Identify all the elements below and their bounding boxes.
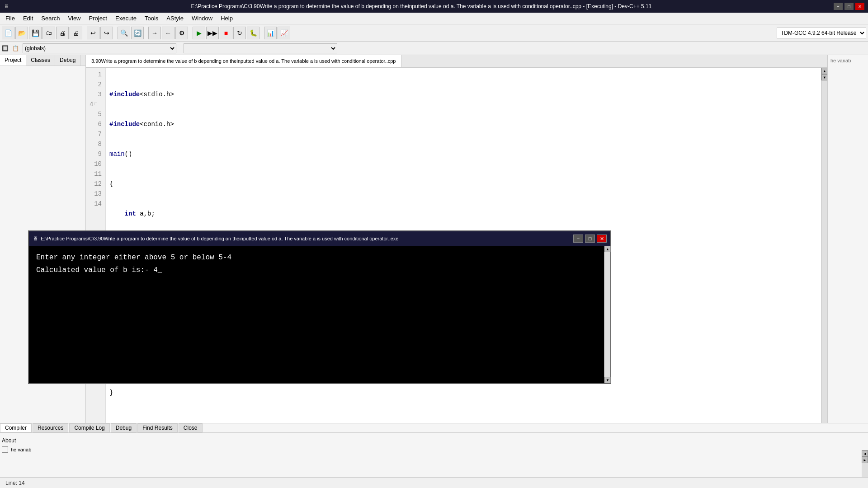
menu-view[interactable]: View [65, 14, 85, 23]
bottom-tab-bar: Compiler Resources Compile Log Debug Fin… [0, 423, 868, 433]
redo-button[interactable]: ↪ [100, 27, 113, 39]
debug-button[interactable]: 🐛 [247, 27, 259, 39]
toolbar2-icon: 🔲 [2, 45, 9, 52]
print-button[interactable]: 🖨 [56, 27, 69, 39]
scroll-up-button[interactable]: ▲ [821, 68, 827, 74]
file-tabs: 3.90Write a program to determine the val… [86, 55, 827, 68]
code-line-3: main() [109, 149, 817, 159]
menu-execute[interactable]: Execute [112, 14, 140, 23]
find-button[interactable]: 🔍 [118, 27, 130, 39]
tab-debug[interactable]: Debug [111, 423, 137, 432]
function-dropdown[interactable] [184, 43, 337, 53]
save-all-button[interactable]: 🗂 [42, 27, 55, 39]
bottom-panels: Compiler Resources Compile Log Debug Fin… [0, 423, 868, 477]
tab-close[interactable]: Close [179, 423, 203, 432]
code-line-4: { [109, 179, 817, 189]
console-scroll-down[interactable]: ▼ [604, 377, 611, 383]
rebuild-button[interactable]: ↻ [233, 27, 246, 39]
save-button[interactable]: 💾 [29, 27, 42, 39]
scroll-down-button[interactable]: ▼ [821, 74, 827, 80]
tab-classes[interactable]: Classes [26, 55, 55, 66]
panel-tabs: Project Classes Debug [0, 55, 85, 66]
menu-tools[interactable]: Tools [141, 14, 162, 23]
compile-button[interactable]: ▶ [193, 27, 205, 39]
indent-button[interactable]: → [148, 27, 161, 39]
compiler-select[interactable]: TDM-GCC 4.9.2 64-bit Release [777, 28, 866, 38]
tab-debug[interactable]: Debug [55, 55, 80, 66]
code-line-2: #include<conio.h> [109, 119, 817, 129]
menu-help[interactable]: Help [217, 14, 236, 23]
new-button[interactable]: 📄 [2, 27, 14, 39]
minimize-button[interactable]: − [834, 3, 843, 10]
console-title: E:\Practice Programs\C\3.90Write a progr… [41, 236, 573, 241]
menu-bar: File Edit Search View Project Execute To… [0, 13, 868, 24]
open-button[interactable]: 📂 [15, 27, 28, 39]
toggle-button[interactable]: ⚙ [175, 27, 188, 39]
print2-button[interactable]: 🖨 [70, 27, 82, 39]
menu-file[interactable]: File [2, 14, 19, 23]
console-close-button[interactable]: ✕ [597, 235, 607, 243]
title-text: E:\Practice Programs\C\3.90Write a progr… [9, 3, 834, 9]
menu-search[interactable]: Search [38, 14, 63, 23]
unindent-button[interactable]: ← [162, 27, 175, 39]
undo-button[interactable]: ↩ [87, 27, 99, 39]
code-line-1: #include<stdio.h> [109, 89, 817, 99]
tab-resources[interactable]: Resources [33, 423, 68, 432]
console-minimize-button[interactable]: − [573, 235, 583, 243]
globals-dropdown[interactable]: (globals) [23, 43, 176, 53]
title-bar: 🖥 E:\Practice Programs\C\3.90Write a pro… [0, 0, 868, 13]
code-scrollbar[interactable]: ▲ ▼ [821, 68, 827, 463]
bottom-scroll-area[interactable]: ◄ ► [862, 450, 868, 477]
tab-compile-log[interactable]: Compile Log [69, 423, 109, 432]
tab-find[interactable]: Find Results [137, 423, 178, 432]
maximize-button[interactable]: □ [844, 3, 854, 10]
code-line-11: } [109, 388, 817, 398]
console-window: 🖥 E:\Practice Programs\C\3.90Write a pro… [28, 230, 611, 384]
status-bar: Line: 14 [0, 477, 868, 488]
toolbar2-icon2: 📋 [12, 45, 19, 52]
h-scroll-right[interactable]: ► [862, 457, 868, 463]
bottom-content: About he variab [0, 435, 868, 455]
console-scrollbar[interactable]: ▲ ▼ [604, 246, 610, 383]
console-scroll-up[interactable]: ▲ [604, 246, 611, 252]
stop-button[interactable]: ■ [220, 27, 232, 39]
console-line1: Enter any integer either above 5 or belo… [36, 251, 603, 264]
chart-button[interactable]: 📊 [264, 27, 277, 39]
menu-project[interactable]: Project [85, 14, 111, 23]
right-panel-content: he variab [830, 57, 866, 64]
chart2-button[interactable]: 📈 [278, 27, 290, 39]
replace-button[interactable]: 🔄 [131, 27, 144, 39]
toolbar2: 🔲 📋 (globals) [0, 42, 868, 55]
run-button[interactable]: ▶▶ [206, 27, 219, 39]
console-titlebar: 🖥 E:\Practice Programs\C\3.90Write a pro… [29, 231, 610, 246]
menu-edit[interactable]: Edit [19, 14, 37, 23]
console-body: Enter any integer either above 5 or belo… [29, 246, 610, 383]
shortcut-item: he variab [2, 446, 866, 454]
right-panel: he variab [827, 55, 868, 463]
h-scroll-left[interactable]: ◄ [862, 450, 868, 457]
shortcut-text: he variab [11, 447, 31, 452]
menu-astyle[interactable]: AStyle [163, 14, 187, 23]
console-line2: Calculated value of b is:- 4_ [36, 264, 603, 277]
about-label: About [2, 437, 16, 444]
code-line-5: int a,b; [109, 209, 817, 219]
console-maximize-button[interactable]: □ [585, 235, 595, 243]
shortcut-checkbox[interactable] [2, 446, 8, 453]
file-tab-main[interactable]: 3.90Write a program to determine the val… [86, 55, 401, 67]
menu-window[interactable]: Window [188, 14, 216, 23]
tab-project[interactable]: Project [0, 55, 26, 66]
close-button[interactable]: ✕ [855, 3, 864, 10]
line-indicator: Line: 14 [5, 480, 25, 486]
tab-compiler[interactable]: Compiler [0, 423, 32, 432]
toolbar: 📄 📂 💾 🗂 🖨 🖨 ↩ ↪ 🔍 🔄 → ← ⚙ ▶ ▶▶ ■ ↻ 🐛 📊 📈… [0, 24, 868, 42]
